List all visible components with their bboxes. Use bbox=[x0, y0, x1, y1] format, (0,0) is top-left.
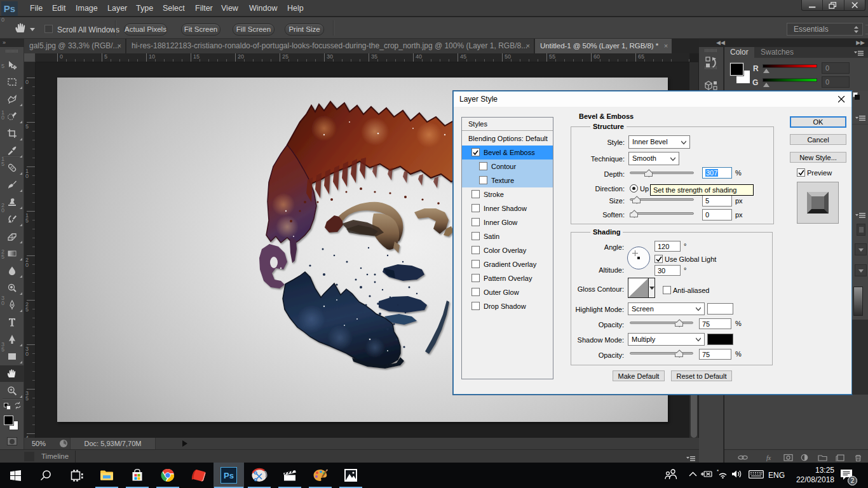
svg-text:fx: fx bbox=[766, 454, 771, 461]
svg-text:*: * bbox=[717, 469, 719, 474]
